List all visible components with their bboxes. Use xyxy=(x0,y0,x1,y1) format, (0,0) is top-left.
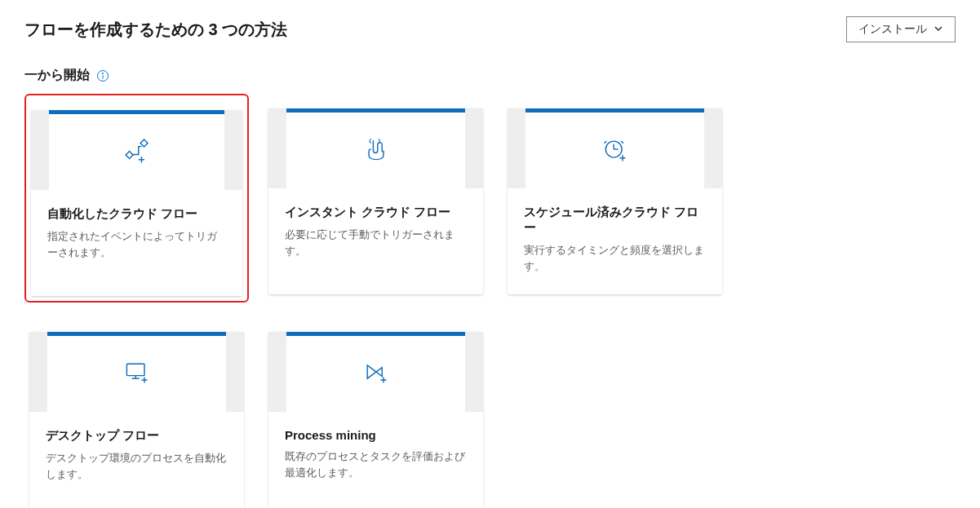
card-title: デスクトップ フロー xyxy=(46,428,228,444)
card-desc: デスクトップ環境のプロセスを自動化します。 xyxy=(46,450,228,482)
card-instant-cloud-flow[interactable]: インスタント クラウド フロー 必要に応じて手動でトリガーされます。 xyxy=(264,94,488,303)
page-title: フローを作成するための 3 つの方法 xyxy=(24,19,287,41)
process-mining-icon xyxy=(361,358,391,391)
cards-grid: 自動化したクラウド フロー 指定されたイベントによってトリガーされます。 xyxy=(24,94,956,508)
chevron-down-icon xyxy=(933,23,943,36)
card-desc: 既存のプロセスとタスクを評価および最適化します。 xyxy=(285,448,467,480)
card-scheduled-cloud-flow[interactable]: スケジュール済みクラウド フロー 実行するタイミングと頻度を選択します。 xyxy=(503,94,727,303)
card-automated-cloud-flow[interactable]: 自動化したクラウド フロー 指定されたイベントによってトリガーされます。 xyxy=(24,94,249,303)
card-desktop-flow[interactable]: デスクトップ フロー デスクトップ環境のプロセスを自動化します。 xyxy=(24,317,249,508)
automated-flow-icon xyxy=(122,136,152,169)
install-button[interactable]: インストール xyxy=(846,16,956,42)
card-title: Process mining xyxy=(285,428,467,442)
section-title: 一から開始 xyxy=(24,67,90,84)
card-desc: 実行するタイミングと頻度を選択します。 xyxy=(524,242,706,274)
svg-rect-12 xyxy=(126,364,144,375)
svg-rect-3 xyxy=(126,151,133,158)
install-button-label: インストール xyxy=(858,22,927,37)
card-title: スケジュール済みクラウド フロー xyxy=(524,205,706,236)
card-process-mining[interactable]: Process mining 既存のプロセスとタスクを評価および最適化します。 xyxy=(264,317,488,508)
scheduled-flow-icon xyxy=(601,135,630,167)
card-desc: 必要に応じて手動でトリガーされます。 xyxy=(285,227,467,258)
svg-point-1 xyxy=(102,73,103,73)
info-icon[interactable] xyxy=(96,69,109,82)
card-title: 自動化したクラウド フロー xyxy=(47,206,226,222)
svg-rect-4 xyxy=(140,139,148,147)
desktop-flow-icon xyxy=(122,358,152,391)
card-title: インスタント クラウド フロー xyxy=(285,205,467,220)
instant-flow-icon xyxy=(361,135,391,167)
card-desc: 指定されたイベントによってトリガーされます。 xyxy=(47,228,226,260)
